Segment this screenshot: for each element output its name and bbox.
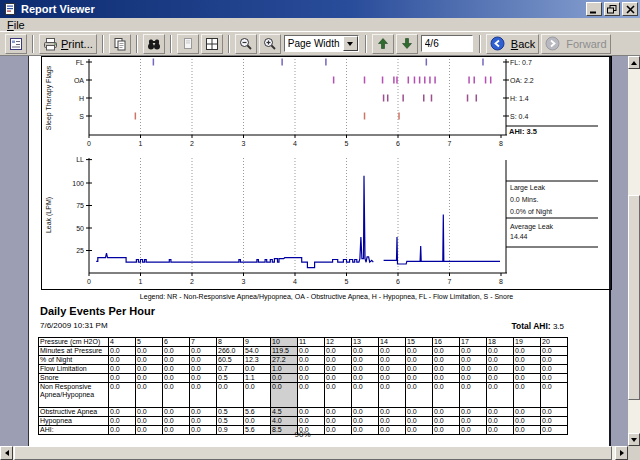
minimize-icon xyxy=(589,5,599,14)
table-cell: 0.0 xyxy=(190,408,217,417)
row-label: % of Night xyxy=(39,356,109,365)
forward-button[interactable]: Forward xyxy=(541,34,610,54)
event-tick xyxy=(467,95,469,102)
total-ahi-label: Total AHI: xyxy=(511,321,550,331)
table-cell: 0.0 xyxy=(244,365,271,374)
table-cell: 18 xyxy=(487,338,514,347)
next-page-icon xyxy=(401,37,413,50)
page-number-input[interactable] xyxy=(421,35,473,52)
flag-row-stat: S: 0.4 xyxy=(510,113,528,120)
x-tick-label: 2 xyxy=(190,140,194,147)
close-button[interactable] xyxy=(622,2,638,16)
table-cell: 0.0 xyxy=(163,356,190,365)
table-cell: 0.0 xyxy=(109,383,136,408)
toolbar-separator xyxy=(365,35,367,53)
table-cell: 0.0 xyxy=(190,374,217,383)
next-page-button[interactable] xyxy=(396,34,418,54)
vertical-scroll-thumb[interactable] xyxy=(628,195,640,400)
single-page-view-icon xyxy=(181,37,195,51)
table-cell: 0.0 xyxy=(406,347,433,356)
table-cell: 0.0 xyxy=(325,417,352,426)
table-cell: 0.0 xyxy=(190,417,217,426)
table-cell: 0.0 xyxy=(298,347,325,356)
table-cell: 0.5 xyxy=(217,417,244,426)
previous-page-button[interactable] xyxy=(372,34,394,54)
scroll-left-button[interactable] xyxy=(0,446,13,460)
multi-page-view-button[interactable] xyxy=(201,34,223,54)
back-label: Back xyxy=(511,38,535,50)
table-row: Minutes at Pressure0.00.00.00.0266.054.0… xyxy=(39,347,568,356)
window-title: Report Viewer xyxy=(21,3,586,15)
table-cell: 0.0 xyxy=(514,417,541,426)
event-tick xyxy=(364,77,366,84)
table-cell: 0.0 xyxy=(514,383,541,408)
table-cell: 17 xyxy=(460,338,487,347)
report-viewer-window: Report Viewer File xyxy=(0,0,640,460)
pressure-header-row: Pressure (cm H2O)45678910111213141516171… xyxy=(39,338,568,347)
table-row: Snore0.00.00.00.00.51.10.00.00.00.00.00.… xyxy=(39,374,568,383)
table-row: Non Responsive Apnea/Hypopnea0.00.00.00.… xyxy=(39,383,568,408)
table-cell: 0.0 xyxy=(163,383,190,408)
x-tick-label: 1 xyxy=(139,278,143,285)
horizontal-scrollbar[interactable] xyxy=(0,446,628,460)
large-leak-title: Large Leak xyxy=(510,184,546,192)
group-tree-button[interactable] xyxy=(5,34,27,54)
minimize-button[interactable] xyxy=(586,2,602,16)
horizontal-scroll-thumb[interactable] xyxy=(14,446,612,460)
table-cell: 0.0 xyxy=(460,347,487,356)
average-leak-value: 14.44 xyxy=(510,233,528,240)
scroll-up-button[interactable] xyxy=(628,56,640,69)
zoom-in-button[interactable] xyxy=(259,34,281,54)
table-cell: 10 xyxy=(271,338,298,347)
table-cell: 0.0 xyxy=(109,417,136,426)
event-tick xyxy=(419,77,421,84)
table-row: Flow Limitation0.00.00.00.00.70.01.00.00… xyxy=(39,365,568,374)
table-cell: 0.0 xyxy=(325,383,352,408)
table-cell: 0.0 xyxy=(379,365,406,374)
copy-button[interactable] xyxy=(109,34,131,54)
x-tick-label: 0 xyxy=(87,278,91,285)
print-button[interactable]: Print... xyxy=(39,34,97,54)
table-cell: 0.0 xyxy=(325,356,352,365)
scroll-right-button[interactable] xyxy=(615,446,628,460)
scroll-down-button[interactable] xyxy=(628,433,640,446)
table-cell: 0.0 xyxy=(541,365,568,374)
document-viewport: 012345678FLFL: 0.7OAOA: 2.2HH: 1.4SS: 0.… xyxy=(0,56,640,446)
single-page-view-button[interactable] xyxy=(177,34,199,54)
table-cell: 0.0 xyxy=(406,374,433,383)
event-tick xyxy=(429,77,431,84)
table-cell: 5.6 xyxy=(244,408,271,417)
find-button[interactable] xyxy=(143,34,165,54)
section-title: Daily Events Per Hour xyxy=(40,305,155,317)
back-button[interactable]: Back xyxy=(486,34,539,54)
event-tick xyxy=(426,59,428,66)
table-cell: 0.0 xyxy=(487,374,514,383)
menu-item-file[interactable]: File xyxy=(0,19,32,31)
x-tick-label: 8 xyxy=(499,278,503,285)
row-label: Obstructive Apnea xyxy=(39,408,109,417)
table-cell: 119.5 xyxy=(271,347,298,356)
event-tick xyxy=(325,59,327,66)
x-tick-label: 5 xyxy=(345,140,349,147)
x-tick-label: 8 xyxy=(499,140,503,147)
leak-y-tick-label: 100 xyxy=(72,180,84,187)
table-cell: 0.0 xyxy=(109,408,136,417)
table-cell: 0.0 xyxy=(433,408,460,417)
combo-dropdown-button[interactable] xyxy=(343,36,358,51)
table-cell: 0.0 xyxy=(109,365,136,374)
table-cell: 0.0 xyxy=(433,365,460,374)
table-cell: 0.0 xyxy=(487,408,514,417)
table-cell: 0.0 xyxy=(298,365,325,374)
ahi-summary: AHI: 3.5 xyxy=(509,127,537,136)
zoom-out-button[interactable] xyxy=(235,34,257,54)
vertical-scrollbar[interactable] xyxy=(628,56,640,446)
event-tick xyxy=(423,95,425,102)
zoom-level-select[interactable]: Page Width xyxy=(284,35,359,52)
restore-button[interactable] xyxy=(604,2,620,16)
menubar: File xyxy=(0,18,640,31)
table-cell: 0.0 xyxy=(541,408,568,417)
table-cell: 15 xyxy=(406,338,433,347)
table-cell: 0.0 xyxy=(514,408,541,417)
zoom-level-value: Page Width xyxy=(285,38,343,49)
chart-legend: Legend: NR - Non-Responsive Apnea/Hypopn… xyxy=(41,293,612,300)
